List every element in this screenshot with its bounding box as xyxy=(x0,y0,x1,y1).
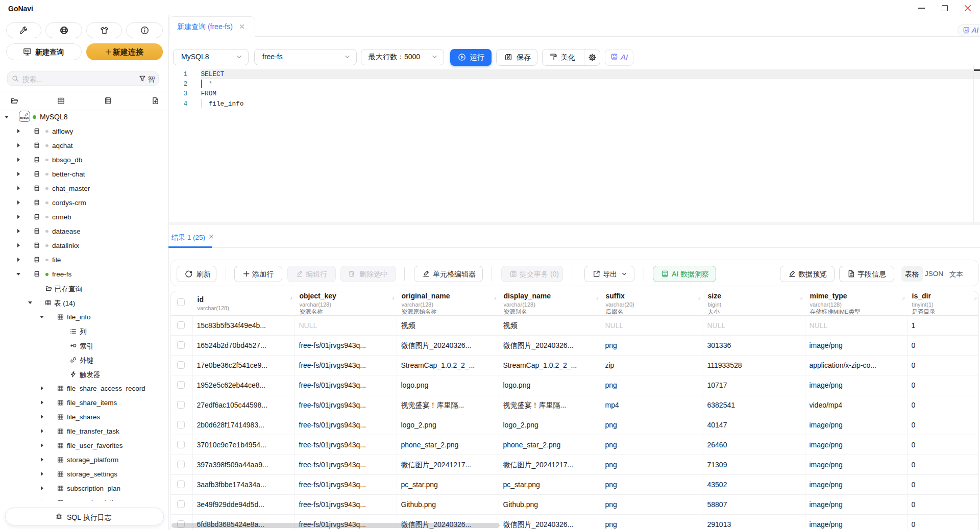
svg-text:MySQL: MySQL xyxy=(20,116,30,119)
svg-text:SQL: SQL xyxy=(24,50,30,53)
